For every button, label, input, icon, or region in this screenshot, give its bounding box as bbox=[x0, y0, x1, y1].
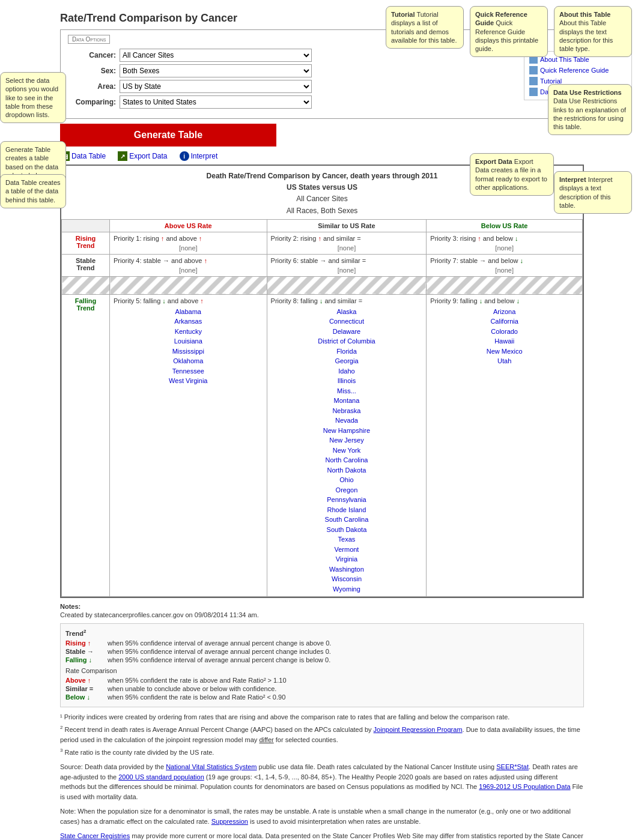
data-use-icon bbox=[529, 88, 538, 96]
legend-rising-row: Rising ↑ when 95% confidence interval of… bbox=[65, 639, 579, 647]
rising-trend-row: RisingTrend Priority 1: rising ↑ and abo… bbox=[62, 232, 583, 254]
state-link-south-carolina[interactable]: South Carolina bbox=[271, 515, 423, 525]
state-link-california[interactable]: California bbox=[430, 316, 579, 327]
pop-data-link[interactable]: 1969-2012 US Population Data bbox=[479, 783, 570, 790]
legend-above-label: Above ↑ bbox=[65, 677, 108, 684]
state-link-new-york[interactable]: New York bbox=[271, 446, 423, 456]
state-link-alabama[interactable]: Alabama bbox=[114, 307, 263, 317]
state-link-virginia[interactable]: Virginia bbox=[271, 554, 423, 564]
legend-falling-row: Falling ↓ when 95% confidence interval o… bbox=[65, 656, 579, 663]
state-link-rhode-island[interactable]: Rhode Island bbox=[271, 505, 423, 515]
state-link-washington[interactable]: Washington bbox=[271, 564, 423, 575]
comparing-select[interactable]: States to United States bbox=[120, 95, 312, 109]
state-link-arizona[interactable]: Arizona bbox=[430, 307, 579, 317]
rising-above-cell: Priority 1: rising ↑ and above ↑ [none] bbox=[110, 232, 267, 254]
area-select[interactable]: US by State bbox=[120, 80, 312, 93]
data-options-title: Data Options bbox=[68, 35, 110, 44]
state-link-alaska[interactable]: Alaska bbox=[271, 307, 423, 317]
callout-about: About this Table About this Table displa… bbox=[554, 6, 632, 57]
state-link-nebraska[interactable]: Nebraska bbox=[271, 406, 423, 416]
state-link-oregon[interactable]: Oregon bbox=[271, 485, 423, 495]
state-link-vermont[interactable]: Vermont bbox=[271, 545, 423, 555]
export-data-link[interactable]: ↗ Export Data bbox=[118, 151, 167, 161]
state-link-colorado[interactable]: Colorado bbox=[430, 327, 579, 337]
footnote-2: 2 Recent trend in death rates is Average… bbox=[60, 724, 584, 745]
state-link-delaware[interactable]: Delaware bbox=[271, 327, 423, 337]
falling-trend-row: FallingTrend Priority 5: falling ↓ and a… bbox=[62, 294, 583, 597]
state-link-utah[interactable]: Utah bbox=[430, 356, 579, 366]
rising-below-cell: Priority 3: rising ↑ and below ↓ [none] bbox=[427, 232, 583, 254]
state-link-pennsylvania[interactable]: Pennsylvania bbox=[271, 495, 423, 505]
state-link-texas[interactable]: Texas bbox=[271, 534, 423, 545]
legend-stable-label: Stable → bbox=[65, 648, 108, 655]
callout-tutorial: Tutorial Tutorial displays a list of tut… bbox=[386, 6, 464, 49]
generate-table-button[interactable]: Generate Table bbox=[60, 124, 276, 147]
legend-similar-desc: when unable to conclude above or below w… bbox=[108, 685, 276, 692]
seer-link[interactable]: SEER*Stat bbox=[496, 763, 529, 770]
sex-row: Sex: Both Sexes bbox=[68, 64, 576, 77]
state-link-illinois[interactable]: Illinois bbox=[271, 376, 423, 386]
std-pop-link[interactable]: 2000 US standard population bbox=[118, 773, 204, 781]
area-row: Area: US by State bbox=[68, 80, 576, 93]
export-icon: ↗ bbox=[118, 151, 127, 161]
comparing-label: Comparing: bbox=[68, 98, 116, 106]
joinpoint-link[interactable]: Joinpoint Regression Program bbox=[374, 726, 463, 733]
state-link-florida[interactable]: Florida bbox=[271, 346, 423, 357]
state-link-hawaii[interactable]: Hawaii bbox=[430, 336, 579, 346]
state-link-kentucky[interactable]: Kentucky bbox=[114, 327, 263, 337]
callout-quick-ref: Quick Reference Guide Quick Reference Gu… bbox=[470, 6, 548, 57]
state-link-connecticut[interactable]: Connecticut bbox=[271, 316, 423, 327]
state-link-north-dakota[interactable]: North Dakota bbox=[271, 465, 423, 476]
stable-above-cell: Priority 4: stable → and above ↑ [none] bbox=[110, 254, 267, 276]
cancer-select[interactable]: All Cancer Sites bbox=[120, 49, 312, 62]
notes-section: Notes: Created by statecancerprofiles.ca… bbox=[60, 603, 584, 618]
state-link-nevada[interactable]: Nevada bbox=[271, 415, 423, 426]
footnotes-section: ¹ Priority indices were created by order… bbox=[60, 712, 584, 840]
area-label: Area: bbox=[68, 82, 116, 91]
col-above-header: Above US Rate bbox=[110, 219, 267, 232]
legend-below-label: Below ↓ bbox=[65, 693, 108, 701]
legend-above-row: Above ↑ when 95% confident the rate is a… bbox=[65, 677, 579, 684]
state-link-montana[interactable]: Montana bbox=[271, 396, 423, 406]
legend-rising-desc: when 95% confidence interval of average … bbox=[108, 639, 331, 647]
state-link-south-dakota[interactable]: South Dakota bbox=[271, 525, 423, 535]
quick-ref-link[interactable]: Quick Reference Guide bbox=[527, 65, 629, 76]
state-link-new-hampshire[interactable]: New Hampshire bbox=[271, 426, 423, 436]
state-link-west-virginia[interactable]: West Virginia bbox=[114, 376, 263, 386]
state-link-tennessee[interactable]: Tennessee bbox=[114, 366, 263, 376]
source-text: Source: Death data provided by the Natio… bbox=[60, 762, 584, 802]
footnote-1: ¹ Priority indices were created by order… bbox=[60, 712, 584, 722]
interpret-link[interactable]: i Interpret bbox=[180, 151, 218, 161]
legend-trend-title: Trend2 bbox=[65, 629, 579, 637]
comparison-table-wrap: Death Rate/Trend Comparison by Cancer, d… bbox=[60, 165, 584, 598]
legend-falling-label: Falling ↓ bbox=[65, 656, 108, 663]
state-link-wisconsin[interactable]: Wisconsin bbox=[271, 574, 423, 584]
state-link-georgia[interactable]: Georgia bbox=[271, 356, 423, 366]
state-link-miss[interactable]: Miss... bbox=[271, 386, 423, 396]
state-reg-link[interactable]: State Cancer Registries bbox=[60, 832, 130, 839]
stable-similar-cell: Priority 6: stable → and similar = [none… bbox=[267, 254, 427, 276]
sex-select[interactable]: Both Sexes bbox=[120, 64, 312, 77]
footnote-3: 3 Rate ratio is the county rate divided … bbox=[60, 747, 584, 757]
data-table-link[interactable]: ▤ Data Table bbox=[60, 151, 106, 161]
nvss-link[interactable]: National Vital Statistics System bbox=[166, 763, 257, 770]
suppression-link[interactable]: Suppression bbox=[211, 818, 248, 825]
torn-row bbox=[62, 276, 583, 294]
state-link-new-jersey[interactable]: New Jersey bbox=[271, 435, 423, 446]
col-similar-header: Similar to US Rate bbox=[267, 219, 427, 232]
state-link-idaho[interactable]: Idaho bbox=[271, 366, 423, 376]
state-link-arkansas[interactable]: Arkansas bbox=[114, 316, 263, 327]
state-link-louisiana[interactable]: Louisiana bbox=[114, 336, 263, 346]
state-link-mississippi[interactable]: Mississippi bbox=[114, 346, 263, 357]
state-link-new-mexico[interactable]: New Mexico bbox=[430, 346, 579, 357]
generate-btn-row: Generate Table bbox=[60, 124, 584, 147]
state-link-wyoming[interactable]: Wyoming bbox=[271, 584, 423, 594]
state-link-ohio[interactable]: Ohio bbox=[271, 475, 423, 485]
comparing-row: Comparing: States to United States bbox=[68, 95, 576, 109]
interpret-icon: i bbox=[180, 151, 189, 161]
callout-interpret: Interpret Interpret displays a text desc… bbox=[554, 171, 632, 214]
state-link-dc[interactable]: District of Columbia bbox=[271, 336, 423, 346]
callout-data-table: Data Table creates a table of the data b… bbox=[0, 174, 66, 208]
state-link-north-carolina[interactable]: North Carolina bbox=[271, 455, 423, 465]
state-link-oklahoma[interactable]: Oklahoma bbox=[114, 356, 263, 366]
